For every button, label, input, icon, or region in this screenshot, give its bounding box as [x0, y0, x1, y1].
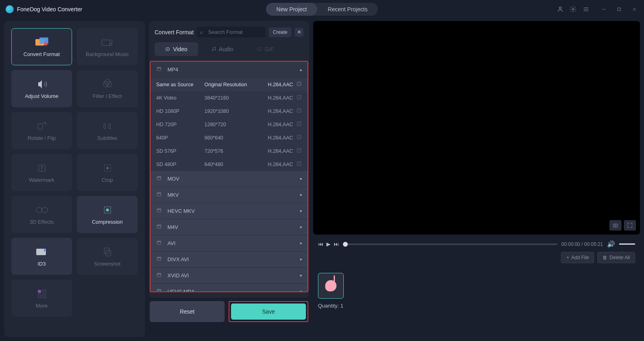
create-button[interactable]: Create [269, 27, 291, 37]
svg-rect-25 [38, 295, 41, 298]
watermark-icon: T [35, 162, 49, 174]
film-icon [156, 224, 163, 231]
minimize-icon[interactable] [600, 5, 608, 13]
fullscreen-icon[interactable] [624, 220, 636, 231]
format-tab-gif[interactable]: GIF [246, 42, 284, 56]
svg-rect-39 [157, 177, 161, 180]
edit-icon[interactable] [296, 81, 302, 88]
tool-filter[interactable]: Filter / Effect [77, 70, 138, 107]
format-group-mp4[interactable]: MP4▴ [151, 62, 308, 78]
svg-rect-22 [106, 250, 111, 256]
settings-icon[interactable] [569, 5, 577, 13]
chevron-down-icon: ▾ [300, 289, 302, 292]
tool-more[interactable]: More [11, 280, 72, 317]
format-panel: Convert Format ⌕ Create ✕ Video Audio GI… [149, 21, 309, 298]
volume-slider[interactable] [619, 243, 635, 245]
preset-row[interactable]: SD 480P640*480H.264,AAC [151, 158, 308, 171]
edit-icon[interactable] [296, 161, 302, 168]
preset-row[interactable]: 640P960*640H.264,AAC [151, 131, 308, 144]
svg-point-29 [214, 50, 215, 50]
more-icon [35, 288, 49, 299]
svg-rect-44 [157, 257, 161, 260]
close-panel-button[interactable]: ✕ [295, 28, 303, 37]
edit-icon[interactable] [296, 134, 302, 141]
format-group-divx-avi[interactable]: DIVX AVI▾ [151, 252, 308, 268]
menu-icon[interactable] [582, 5, 590, 13]
tool-convert[interactable]: Convert Format [11, 28, 72, 65]
edit-icon[interactable] [296, 121, 302, 128]
svg-point-48 [615, 225, 616, 227]
next-icon[interactable]: ⏭ [334, 241, 339, 247]
tool-3d[interactable]: 3D Effects [11, 196, 72, 233]
format-group-xvid-avi[interactable]: XVID AVI▾ [151, 268, 308, 284]
prev-icon[interactable]: ⏮ [318, 241, 323, 247]
tool-watermark[interactable]: TWatermark [11, 154, 72, 191]
format-group-m4v[interactable]: M4V▾ [151, 219, 308, 235]
tool-volume[interactable]: Adjust Volume [11, 70, 72, 107]
format-list[interactable]: MP4▴Same as SourceOriginal ResolutionH.2… [150, 61, 308, 292]
search-input[interactable] [197, 27, 266, 37]
save-button[interactable]: Save [231, 304, 306, 320]
queue-item[interactable] [318, 273, 344, 299]
tab-recent-projects[interactable]: Recent Projects [317, 3, 378, 16]
snapshot-icon[interactable] [609, 220, 621, 231]
tool-crop[interactable]: Crop [77, 154, 138, 191]
tool-bgmusic[interactable]: Background Music [77, 28, 138, 65]
edit-icon[interactable] [296, 94, 302, 101]
tool-compress[interactable]: Compression [77, 196, 138, 233]
svg-point-16 [36, 207, 42, 213]
edit-icon[interactable] [296, 148, 302, 154]
film-icon [156, 208, 163, 214]
tool-subtitles[interactable]: Subtitles [77, 112, 138, 149]
reset-button[interactable]: Reset [150, 301, 225, 322]
svg-point-17 [42, 207, 47, 213]
format-group-hevc-mkv[interactable]: HEVC MKV▾ [151, 203, 308, 219]
svg-rect-11 [38, 124, 43, 129]
film-icon [156, 191, 163, 198]
delete-all-button[interactable]: 🗑Delete All [597, 252, 635, 263]
chevron-down-icon: ▾ [300, 241, 302, 245]
film-icon [156, 288, 163, 292]
preset-row[interactable]: HD 1080P1920*1080H.264,AAC [151, 104, 308, 118]
svg-rect-45 [157, 273, 161, 277]
format-group-hevc-mp4[interactable]: HEVC MP4▾ [151, 284, 308, 292]
format-group-mkv[interactable]: MKV▾ [151, 187, 308, 203]
video-preview [313, 21, 640, 235]
film-icon [156, 240, 163, 247]
preset-row[interactable]: 4K Video3840*2160H.264,AAC [151, 91, 308, 104]
format-tab-audio[interactable]: Audio [200, 42, 244, 56]
svg-rect-24 [43, 290, 46, 293]
svg-rect-23 [38, 290, 41, 293]
tool-screenshot[interactable]: Screenshot [77, 238, 138, 275]
id3-icon [35, 246, 49, 258]
play-icon[interactable]: ▶ [326, 241, 330, 247]
app-logo [6, 5, 14, 13]
chevron-down-icon: ▾ [300, 177, 302, 181]
chevron-down-icon: ▾ [300, 209, 302, 213]
chevron-up-icon: ▴ [300, 67, 302, 72]
svg-point-0 [559, 7, 561, 9]
volume-icon[interactable]: 🔊 [607, 240, 615, 248]
chevron-down-icon: ▾ [300, 273, 302, 278]
format-tab-video[interactable]: Video [155, 42, 198, 56]
svg-rect-30 [258, 48, 261, 51]
tab-new-project[interactable]: New Project [266, 3, 317, 16]
edit-icon[interactable] [296, 108, 302, 114]
account-icon[interactable] [556, 5, 564, 13]
svg-rect-26 [43, 295, 46, 298]
chevron-down-icon: ▾ [300, 193, 302, 197]
preset-row[interactable]: HD 720P1280*720H.264,AAC [151, 118, 308, 131]
tool-id3[interactable]: ID3 [11, 238, 72, 275]
add-file-button[interactable]: +Add File [561, 252, 594, 263]
format-group-avi[interactable]: AVI▾ [151, 235, 308, 252]
seek-bar[interactable] [343, 243, 557, 245]
panel-title: Convert Format [155, 29, 194, 35]
preset-row[interactable]: SD 576P720*576H.264,AAC [151, 144, 308, 158]
tool-rotate[interactable]: Rotate / Flip [11, 112, 72, 149]
format-group-mov[interactable]: MOV▾ [151, 171, 308, 187]
close-icon[interactable] [630, 5, 638, 13]
file-queue: Quantity: 1 [313, 266, 640, 309]
preset-row[interactable]: Same as SourceOriginal ResolutionH.264,A… [151, 78, 308, 91]
maximize-icon[interactable] [615, 5, 623, 13]
svg-point-28 [212, 50, 213, 51]
